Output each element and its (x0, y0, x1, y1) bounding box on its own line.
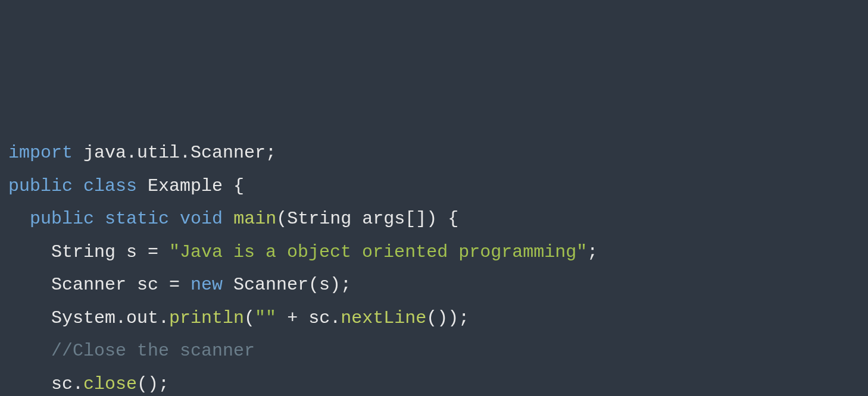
class-name: Example (137, 176, 233, 196)
rparen-brace: ) { (426, 209, 458, 229)
keyword-new: new (191, 275, 223, 295)
method-close: close (83, 374, 137, 394)
method-nextline: nextLine (341, 308, 426, 328)
code-line-6: System.out.println("" + sc.nextLine()); (8, 308, 469, 328)
keyword-public: public (30, 209, 94, 229)
code-line-4: String s = "Java is a object oriented pr… (8, 242, 598, 262)
comment: //Close the scanner (51, 341, 255, 361)
constructor-call: Scanner(s); (223, 275, 351, 295)
indent (8, 209, 30, 229)
semicolon: ; (587, 242, 598, 262)
code-block: import java.util.Scanner; public class E… (8, 137, 860, 396)
indent (8, 341, 51, 361)
object-ref: sc. (51, 374, 83, 394)
string-literal: "Java is a object oriented programming" (169, 242, 587, 262)
keyword-public: public (8, 176, 73, 196)
rest: (); (137, 374, 169, 394)
method-println: println (169, 308, 244, 328)
keyword-class: class (83, 176, 137, 196)
brackets: [] (405, 209, 426, 229)
keyword-static: static (105, 209, 169, 229)
keyword-void: void (180, 209, 223, 229)
lparen: ( (244, 308, 255, 328)
string-literal: "" (255, 308, 276, 328)
indent (8, 242, 51, 262)
indent (8, 374, 51, 394)
code-line-2: public class Example { (8, 176, 244, 196)
code-line-1: import java.util.Scanner; (8, 143, 276, 163)
semicolon: ; (266, 143, 276, 163)
lparen: ( (276, 209, 287, 229)
object-ref: System.out. (51, 308, 169, 328)
keyword-import: import (8, 143, 73, 163)
brace-open: { (233, 176, 244, 196)
indent (8, 275, 51, 295)
code-line-3: public static void main(String args[]) { (8, 209, 458, 229)
declaration: String s = (51, 242, 169, 262)
rest: ()); (426, 308, 469, 328)
code-line-5: Scanner sc = new Scanner(s); (8, 275, 351, 295)
method-main: main (233, 209, 276, 229)
indent (8, 308, 51, 328)
code-line-8: sc.close(); (8, 374, 169, 394)
package-path: java.util.Scanner (73, 143, 266, 163)
concat: + sc. (276, 308, 341, 328)
param: String args (287, 209, 405, 229)
declaration: Scanner sc = (51, 275, 191, 295)
code-line-7: //Close the scanner (8, 341, 255, 361)
